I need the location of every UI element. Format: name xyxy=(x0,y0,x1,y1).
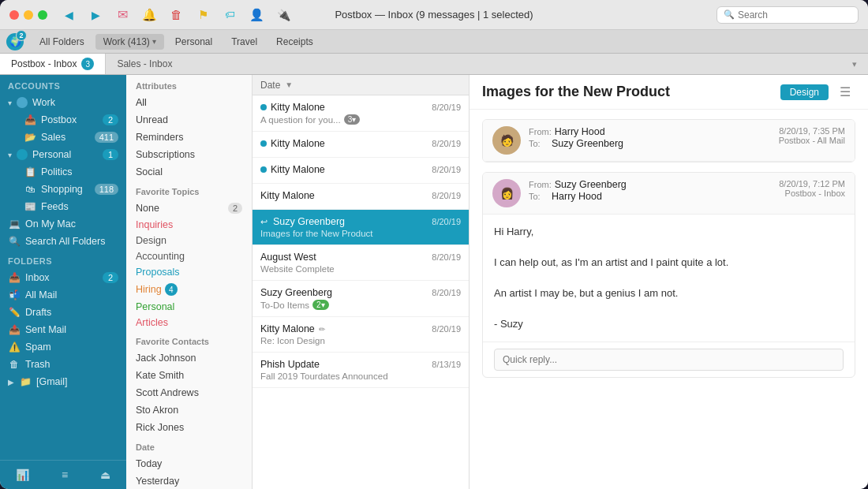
to-label: To: xyxy=(529,139,548,148)
filter-topic-accounting[interactable]: Accounting xyxy=(126,248,252,264)
personal-badge: 1 xyxy=(103,149,118,160)
sidebar: Accounts ▾ Work 📥 Postbox 2 📂 Sales 411 xyxy=(0,75,126,489)
account-icon[interactable]: 🌍 2 xyxy=(6,33,24,50)
work-items: 📥 Postbox 2 📂 Sales 411 xyxy=(0,111,126,146)
filter-social[interactable]: Social xyxy=(126,163,252,181)
email-to-name: Suzy Greenberg xyxy=(552,138,623,149)
table-row[interactable]: Kitty Malone 8/20/19 xyxy=(253,184,469,210)
filter-contact-jack-johnson[interactable]: Jack Johnson xyxy=(126,349,252,367)
tag-button[interactable]: 🏷 xyxy=(218,5,241,25)
app-window: ◀ ▶ ✉ 🔔 🗑 ⚑ 🏷 👤 🔌 Postbox — Inbox (9 mes… xyxy=(0,0,868,489)
edit-icon: ✏ xyxy=(319,325,325,334)
sidebar-item-postbox[interactable]: 📥 Postbox 2 xyxy=(16,111,126,129)
filter-topic-personal[interactable]: Personal xyxy=(126,299,252,315)
sidebar-item-sent-mail[interactable]: 📤 Sent Mail xyxy=(0,321,126,338)
quick-reply-input[interactable] xyxy=(494,349,844,371)
sales-icon: 📂 xyxy=(24,132,36,143)
sidebar-bottom: 📊 ≡ ⏏ xyxy=(0,460,126,489)
delete-button[interactable]: 🗑 xyxy=(164,5,188,25)
mac-icon: 💻 xyxy=(8,218,21,230)
tab-personal[interactable]: Personal xyxy=(167,34,220,50)
sidebar-item-shopping[interactable]: 🛍 Shopping 118 xyxy=(16,181,126,198)
tab-work[interactable]: Work (413) ▾ xyxy=(95,34,164,50)
sidebar-item-drafts[interactable]: ✏️ Drafts xyxy=(0,304,126,321)
window-title: Postbox — Inbox (9 messages | 1 selected… xyxy=(335,9,533,21)
msg-badge: 3▾ xyxy=(344,114,361,125)
logout-button[interactable]: ⏏ xyxy=(97,465,114,484)
sort-icon[interactable]: ▼ xyxy=(285,80,293,89)
unread-dot xyxy=(260,140,267,147)
sidebar-item-inbox[interactable]: 📥 Inbox 2 xyxy=(0,269,126,286)
filter-topic-inquiries[interactable]: Inquiries xyxy=(126,217,252,233)
sidebar-item-all-mail[interactable]: 📬 All Mail xyxy=(0,286,126,304)
plugin-button[interactable]: 🔌 xyxy=(271,5,295,25)
search-input[interactable] xyxy=(738,9,848,21)
sales-badge: 411 xyxy=(95,132,118,143)
detail-actions: Design ☰ xyxy=(780,83,855,101)
inbox-tab-badge: 3 xyxy=(81,58,94,70)
sidebar-item-personal[interactable]: ▾ Personal 1 xyxy=(0,146,126,163)
notify-button[interactable]: 🔔 xyxy=(137,5,161,25)
avatar: 👩 xyxy=(492,179,521,207)
menu-button[interactable]: ≡ xyxy=(58,465,71,484)
tab-receipts[interactable]: Receipts xyxy=(268,34,321,50)
msg-badge-green: 2▾ xyxy=(312,300,329,310)
back-button[interactable]: ◀ xyxy=(57,5,80,25)
filter-topic-none[interactable]: None 2 xyxy=(126,200,252,217)
flag-button[interactable]: ⚑ xyxy=(191,5,215,25)
activity-button[interactable]: 📊 xyxy=(13,465,32,484)
email-from-name: Harry Hood xyxy=(555,126,605,137)
sidebar-item-search-all[interactable]: 🔍 Search All Folders xyxy=(0,233,126,250)
minimize-button[interactable] xyxy=(24,10,33,20)
detail-panel: Images for the New Product Design ☰ 🧑 xyxy=(470,75,868,489)
filter-topic-articles[interactable]: Articles xyxy=(126,315,252,330)
contact-button[interactable]: 👤 xyxy=(245,5,268,25)
postbox-inbox-tab[interactable]: Postbox - Inbox 3 xyxy=(0,54,106,74)
design-tag[interactable]: Design xyxy=(780,84,829,100)
sidebar-item-feeds[interactable]: 📰 Feeds xyxy=(16,198,126,215)
filter-topic-design[interactable]: Design xyxy=(126,233,252,248)
sidebar-item-work[interactable]: ▾ Work xyxy=(0,94,126,111)
filter-subscriptions[interactable]: Subscriptions xyxy=(126,146,252,163)
filter-reminders[interactable]: Reminders xyxy=(126,129,252,146)
table-row[interactable]: Kitty Malone 8/20/19 xyxy=(253,132,469,158)
inbox-badge: 2 xyxy=(103,272,118,283)
filter-contact-sto-akron[interactable]: Sto Akron xyxy=(126,401,252,419)
sidebar-item-trash[interactable]: 🗑 Trash xyxy=(0,356,126,373)
sidebar-item-on-my-mac[interactable]: 💻 On My Mac xyxy=(0,215,126,233)
tabbar: 🌍 2 All Folders Work (413) ▾ Personal Tr… xyxy=(0,30,868,54)
search-bar[interactable]: 🔍 xyxy=(716,6,859,24)
filter-unread[interactable]: Unread xyxy=(126,111,252,129)
forward-button[interactable]: ▶ xyxy=(84,5,107,25)
sidebar-item-politics[interactable]: 📋 Politics xyxy=(16,163,126,181)
tab-travel[interactable]: Travel xyxy=(223,34,265,50)
avatar: 🧑 xyxy=(492,126,521,155)
table-row[interactable]: ↩ Suzy Greenberg 8/20/19 Images for the … xyxy=(253,210,469,245)
more-options-button[interactable]: ☰ xyxy=(835,83,855,101)
table-row[interactable]: Kitty Malone 8/20/19 A question for you.… xyxy=(253,95,469,132)
filter-topic-hiring[interactable]: Hiring 4 xyxy=(126,280,252,299)
table-row[interactable]: Kitty Malone ✏ 8/20/19 Re: Icon Design xyxy=(253,317,469,353)
filter-date-today[interactable]: Today xyxy=(126,455,252,472)
tab-all-folders[interactable]: All Folders xyxy=(32,34,92,50)
close-button[interactable] xyxy=(9,10,19,20)
personal-items: 📋 Politics 🛍 Shopping 118 📰 Feeds xyxy=(0,163,126,215)
table-row[interactable]: Phish Update 8/13/19 Fall 2019 Tourdates… xyxy=(253,353,469,388)
filter-all[interactable]: All xyxy=(126,94,252,111)
filter-date-yesterday[interactable]: Yesterday xyxy=(126,472,252,489)
filter-topic-proposals[interactable]: Proposals xyxy=(126,264,252,280)
table-row[interactable]: Kitty Malone 8/20/19 xyxy=(253,158,469,184)
email-meta-2: From: Suzy Greenberg To: Harry Hood xyxy=(529,179,771,203)
sidebar-item-spam[interactable]: ⚠️ Spam xyxy=(0,338,126,356)
filter-contact-kate-smith[interactable]: Kate Smith xyxy=(126,367,252,384)
sidebar-item-gmail[interactable]: ▶ 📁 [Gmail] xyxy=(0,373,126,390)
sales-inbox-tab[interactable]: Sales - Inbox ▾ xyxy=(106,54,868,74)
maximize-button[interactable] xyxy=(38,10,47,20)
sidebar-item-sales[interactable]: 📂 Sales 411 xyxy=(16,129,126,146)
table-row[interactable]: Suzy Greenberg 8/20/19 To-Do Items 2▾ xyxy=(253,281,469,317)
filter-contact-rick-jones[interactable]: Rick Jones xyxy=(126,419,252,436)
compose-button[interactable]: ✉ xyxy=(110,5,134,25)
table-row[interactable]: August West 8/20/19 Website Complete xyxy=(253,245,469,281)
filter-contact-scott-andrews[interactable]: Scott Andrews xyxy=(126,384,252,401)
postbox-icon: 📥 xyxy=(24,114,36,125)
